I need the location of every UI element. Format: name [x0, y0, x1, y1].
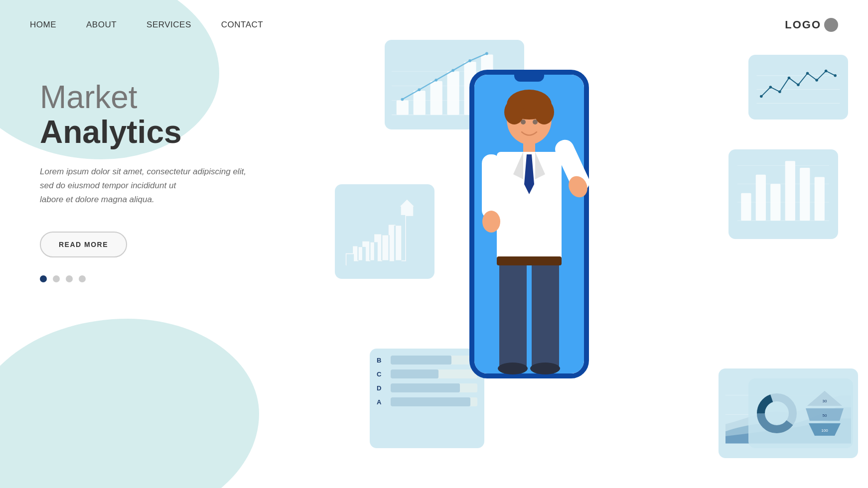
dot-1[interactable]: [40, 275, 47, 282]
chart-card-pie-pyramid: 30 50 100: [748, 378, 853, 448]
svg-marker-69: [807, 391, 842, 406]
chart-card-line-top-right: [748, 55, 848, 120]
bar-chart-right: [735, 156, 831, 232]
svg-rect-49: [497, 256, 562, 265]
svg-point-11: [418, 88, 421, 91]
svg-point-21: [778, 90, 781, 93]
pie-chart: [757, 393, 797, 433]
ranking-fill-b: [391, 356, 451, 365]
carousel-dots: [40, 275, 246, 282]
ranking-label-c: C: [377, 370, 387, 378]
svg-point-50: [498, 363, 528, 374]
line-chart-top-right: [755, 62, 841, 113]
logo: LOGO: [785, 18, 838, 32]
dot-3[interactable]: [66, 275, 73, 282]
svg-marker-28: [346, 200, 415, 266]
svg-text:30: 30: [823, 399, 827, 403]
svg-rect-5: [414, 91, 426, 115]
read-more-button[interactable]: READ MORE: [40, 232, 127, 257]
nav-item-services[interactable]: SERVICES: [146, 20, 191, 30]
chart-card-arrow-mid: [335, 184, 434, 279]
ranking-fill-d: [391, 383, 460, 392]
ranking-label-d: D: [377, 384, 387, 392]
logo-text: LOGO: [785, 18, 821, 31]
dot-2[interactable]: [53, 275, 60, 282]
hero-title-bold: Analytics: [40, 115, 246, 149]
svg-rect-6: [431, 81, 442, 115]
svg-point-20: [769, 86, 772, 89]
svg-rect-61: [815, 177, 825, 221]
hero-title-light: Market: [40, 80, 246, 115]
ranking-bar-a: [391, 397, 477, 406]
svg-rect-4: [397, 101, 409, 115]
dot-4[interactable]: [79, 275, 86, 282]
ranking-row-a: A: [377, 397, 477, 406]
svg-point-37: [533, 120, 538, 124]
svg-rect-60: [800, 168, 810, 221]
illustration-area: B C D A: [320, 30, 868, 488]
svg-text:50: 50: [823, 413, 827, 418]
ranking-fill-a: [391, 397, 470, 406]
person-svg: [454, 75, 604, 393]
navigation: HOME ABOUT SERVICES CONTACT LOGO: [0, 0, 868, 50]
svg-point-13: [451, 69, 454, 72]
arrow-chart: [342, 191, 428, 272]
nav-links: HOME ABOUT SERVICES CONTACT: [30, 20, 263, 30]
ranking-label-a: A: [377, 398, 387, 406]
nav-item-contact[interactable]: CONTACT: [221, 20, 263, 30]
svg-point-26: [825, 70, 828, 73]
svg-rect-47: [499, 259, 527, 368]
svg-point-25: [815, 79, 818, 82]
svg-text:100: 100: [821, 428, 828, 433]
hero-description: Lorem ipsum dolor sit amet, consectetur …: [40, 165, 246, 207]
svg-point-51: [530, 363, 560, 374]
svg-rect-58: [770, 184, 780, 221]
svg-rect-48: [532, 259, 559, 368]
svg-rect-57: [756, 175, 766, 221]
svg-point-23: [797, 84, 800, 87]
svg-rect-43: [482, 154, 501, 219]
svg-point-19: [760, 95, 763, 98]
person-illustration: [454, 75, 604, 393]
svg-point-27: [834, 74, 837, 77]
pyramid-chart: 30 50 100: [805, 388, 845, 438]
ranking-label-b: B: [377, 357, 387, 364]
nav-item-about[interactable]: ABOUT: [86, 20, 117, 30]
svg-point-12: [434, 79, 437, 82]
svg-point-10: [401, 98, 404, 101]
svg-point-15: [485, 52, 488, 55]
svg-rect-56: [741, 193, 751, 221]
nav-item-home[interactable]: HOME: [30, 20, 56, 30]
chart-card-bar-right: [728, 149, 838, 239]
svg-point-36: [521, 120, 526, 124]
ranking-fill-c: [391, 369, 438, 378]
svg-rect-59: [785, 161, 795, 221]
hero-content: Market Analytics Lorem ipsum dolor sit a…: [40, 80, 246, 282]
svg-point-44: [482, 211, 500, 233]
svg-point-22: [788, 77, 791, 80]
logo-dot: [824, 18, 838, 32]
background-blob-bottom-left: [0, 319, 259, 488]
svg-point-14: [468, 59, 471, 62]
svg-point-24: [806, 72, 809, 75]
